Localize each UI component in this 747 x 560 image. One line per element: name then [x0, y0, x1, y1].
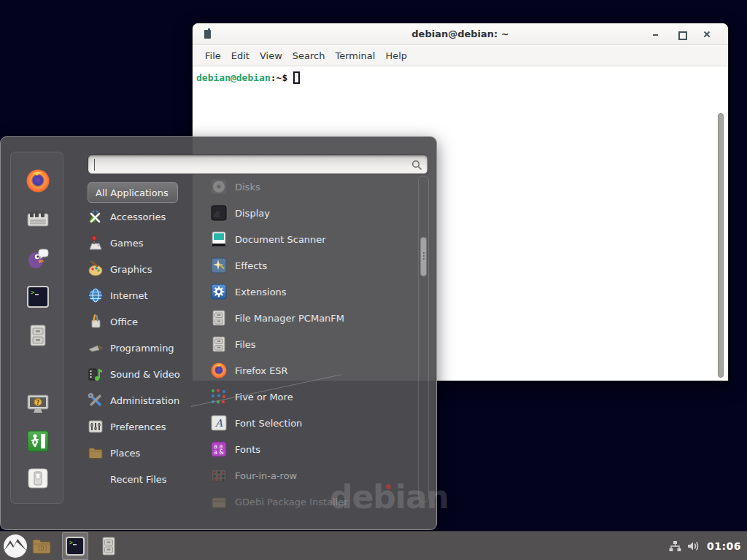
- app-gdebi-package-installer[interactable]: GDebi Package Installer: [210, 491, 422, 513]
- taskbar-terminal[interactable]: >: [65, 536, 85, 556]
- category-games[interactable]: Games: [88, 232, 197, 254]
- svg-text:>: >: [69, 540, 73, 546]
- preferences-icon: [88, 419, 104, 435]
- menu-help[interactable]: Help: [380, 47, 412, 64]
- category-office[interactable]: Office: [88, 311, 197, 332]
- svg-text:[D]: [D]: [37, 545, 47, 552]
- favorite-keyboard-settings[interactable]: [26, 207, 50, 232]
- favorite-terminal[interactable]: >: [26, 284, 50, 309]
- administration-icon: [88, 392, 104, 408]
- four-in-a-row-icon: [210, 467, 228, 484]
- extensions-icon: [210, 283, 228, 300]
- taskbar: [D] >: [0, 531, 747, 560]
- terminal-title: debian@debian: ~: [193, 28, 728, 39]
- app-document-scanner[interactable]: Document Scanner: [210, 228, 422, 250]
- app-font-selection[interactable]: A Font Selection: [210, 412, 422, 434]
- app-display[interactable]: Display: [210, 202, 422, 224]
- internet-icon: [88, 287, 104, 303]
- favorites-panel: > ?: [10, 152, 63, 504]
- search-input[interactable]: [94, 157, 407, 172]
- category-programming[interactable]: Programming: [88, 337, 197, 359]
- folder-icon: [D]: [31, 536, 52, 556]
- svg-text:?: ?: [36, 400, 40, 406]
- app-extensions[interactable]: Extensions: [210, 281, 422, 303]
- favorite-shutdown[interactable]: [26, 466, 50, 491]
- network-icon[interactable]: [669, 540, 681, 552]
- svg-text:a &: a &: [214, 449, 224, 456]
- favorite-firefox[interactable]: [26, 168, 50, 193]
- programming-icon: [88, 340, 104, 356]
- favorite-file-cabinet[interactable]: [26, 323, 50, 348]
- category-administration[interactable]: Administration: [88, 389, 197, 411]
- app-fonts[interactable]: a a a & Fonts: [210, 438, 422, 460]
- app-firefox-esr[interactable]: Firefox ESR: [210, 359, 422, 381]
- search-icon: [411, 160, 422, 171]
- fonts-icon: a a a &: [210, 440, 228, 458]
- terminal-titlebar[interactable]: debian@debian: ~: [193, 23, 728, 45]
- application-menu: > ?: [0, 136, 437, 530]
- category-sound-video[interactable]: Sound & Video: [88, 363, 197, 385]
- file-manager-icon: [210, 309, 228, 327]
- menu-button[interactable]: [3, 534, 28, 559]
- firefox-esr-icon: [210, 362, 228, 379]
- volume-icon[interactable]: [687, 540, 701, 552]
- category-preferences[interactable]: Preferences: [88, 416, 197, 438]
- apps-scrollbar-thumb[interactable]: [420, 237, 427, 276]
- maximize-button[interactable]: [676, 29, 686, 39]
- terminal-task-icon: >: [65, 536, 85, 556]
- file-cabinet-icon: [26, 323, 50, 348]
- app-files[interactable]: Files: [210, 333, 422, 355]
- favorite-logout[interactable]: [26, 429, 50, 454]
- minimize-button[interactable]: [651, 29, 661, 39]
- category-places[interactable]: Places: [88, 442, 197, 464]
- terminal-scrollbar[interactable]: [716, 112, 726, 378]
- terminal-icon: >: [26, 284, 50, 309]
- pidgin-icon: [26, 246, 50, 271]
- places-icon: [88, 445, 104, 461]
- disks-icon: [210, 178, 228, 195]
- graphics-icon: [88, 261, 104, 277]
- category-internet[interactable]: Internet: [88, 284, 197, 306]
- keyboard-settings-icon: [26, 207, 50, 232]
- terminal-scrollbar-thumb[interactable]: [718, 113, 724, 378]
- taskbar-clock[interactable]: 01:06: [707, 540, 741, 552]
- category-all-applications[interactable]: All Applications: [88, 182, 178, 203]
- favorite-screensaver[interactable]: ?: [26, 392, 50, 416]
- favorite-pidgin[interactable]: [26, 246, 50, 271]
- category-recent-files[interactable]: Recent Files: [88, 468, 197, 490]
- font-selection-icon: A: [210, 414, 228, 432]
- app-effects[interactable]: Effects: [210, 254, 422, 276]
- display-icon: [210, 204, 228, 222]
- office-icon: [88, 314, 104, 330]
- gdebi-icon: [210, 493, 228, 510]
- taskbar-file-cabinet[interactable]: [98, 536, 119, 556]
- five-or-more-icon: [210, 388, 228, 405]
- menu-search[interactable]: Search: [287, 47, 330, 64]
- app-file-manager-pcmanfm[interactable]: File Manager PCManFM: [210, 307, 422, 329]
- menu-view[interactable]: View: [255, 47, 287, 64]
- apps-scrollbar[interactable]: [418, 176, 429, 502]
- logout-icon: [26, 429, 50, 454]
- menu-terminal[interactable]: Terminal: [330, 47, 380, 64]
- document-scanner-icon: [210, 230, 228, 248]
- search-box[interactable]: [88, 155, 428, 174]
- category-accessories[interactable]: Accessories: [88, 206, 197, 228]
- desktop: debian@debian: ~ File Edit View Search T…: [0, 0, 747, 560]
- app-disks[interactable]: Disks: [210, 176, 422, 198]
- accessories-icon: [88, 209, 104, 225]
- sound-video-icon: [88, 366, 104, 382]
- app-four-in-a-row[interactable]: Four-in-a-row: [210, 464, 422, 486]
- close-button[interactable]: [702, 29, 712, 39]
- terminal-cursor: [293, 71, 300, 84]
- shutdown-icon: [26, 466, 50, 491]
- taskbar-file-manager[interactable]: [D]: [31, 536, 52, 556]
- menu-edit[interactable]: Edit: [226, 47, 255, 64]
- files-icon: [210, 335, 228, 353]
- effects-icon: [210, 257, 228, 274]
- menu-logo-icon: [3, 534, 28, 559]
- menu-file[interactable]: File: [200, 47, 226, 64]
- terminal-menubar: File Edit View Search Terminal Help: [193, 46, 728, 66]
- firefox-icon: [26, 168, 50, 193]
- category-graphics[interactable]: Graphics: [88, 258, 197, 280]
- app-five-or-more[interactable]: Five or More: [210, 386, 422, 408]
